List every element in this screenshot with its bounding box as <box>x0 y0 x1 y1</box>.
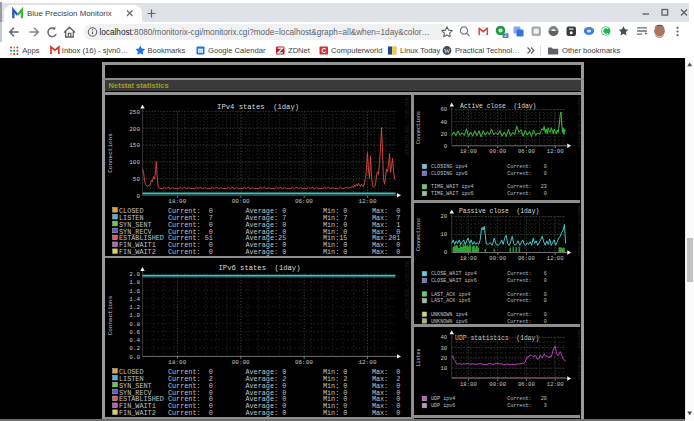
svg-text:RRDTOOL / TOBI OETIKER: RRDTOOL / TOBI OETIKER <box>577 97 580 147</box>
svg-text:10: 10 <box>440 365 447 372</box>
svg-text:12:00: 12:00 <box>547 380 564 387</box>
svg-text:200: 200 <box>129 126 140 133</box>
svg-text:150: 150 <box>129 142 140 149</box>
svg-text:100: 100 <box>129 159 140 166</box>
svg-text:FIN_WAIT2 Current: 0: FIN_WAIT2 Current: 0 Average: 0 Min: 0 M… <box>119 248 400 256</box>
svg-text:18:00: 18:00 <box>168 359 186 366</box>
svg-text:250: 250 <box>129 109 140 116</box>
svg-text:TIME_WAIT ipv6 Curre: TIME_WAIT ipv6 Current: 0 <box>431 191 547 197</box>
svg-text:12:00: 12:00 <box>547 254 564 261</box>
svg-text:1.4: 1.4 <box>129 295 140 302</box>
svg-text:50: 50 <box>132 176 140 183</box>
svg-text:0: 0 <box>444 143 447 150</box>
svg-text:Connections: Connections <box>416 111 421 144</box>
svg-text:1.8: 1.8 <box>129 279 140 286</box>
svg-text:Connections: Connections <box>416 218 421 251</box>
svg-text:2.0: 2.0 <box>129 271 140 278</box>
svg-text:30: 30 <box>440 344 447 351</box>
svg-text:0.8: 0.8 <box>129 320 140 327</box>
svg-text:UDP ipv4 Curre: UDP ipv4 Current: 20 <box>431 396 547 402</box>
svg-text:06:00: 06:00 <box>294 198 312 205</box>
svg-text:CLOSE_WAIT ipv6 Curre: CLOSE_WAIT ipv6 Current: 0 <box>431 278 547 284</box>
svg-text:40: 40 <box>440 119 447 126</box>
svg-text:00:00: 00:00 <box>231 359 249 366</box>
svg-text:12:00: 12:00 <box>547 148 564 155</box>
svg-text:W: W <box>444 47 451 54</box>
svg-text:20: 20 <box>440 213 447 220</box>
svg-text:31: 31 <box>198 49 203 54</box>
svg-text:0: 0 <box>444 249 447 256</box>
svg-text:IPv4 states (1day): IPv4 states (1day) <box>217 103 299 111</box>
svg-text:12:00: 12:00 <box>358 359 376 366</box>
svg-text:RRDTOOL / TOBI OETIKER: RRDTOOL / TOBI OETIKER <box>404 97 409 156</box>
svg-text:RRDTOOL / TOBI OETIKER: RRDTOOL / TOBI OETIKER <box>404 261 409 320</box>
svg-text:18:00: 18:00 <box>168 198 186 205</box>
svg-text:00:00: 00:00 <box>489 148 506 155</box>
svg-text:Connections: Connections <box>106 295 113 335</box>
svg-text:0.2: 0.2 <box>129 345 140 352</box>
svg-text:RRDTOOL / TOBI OETIKER: RRDTOOL / TOBI OETIKER <box>577 330 580 380</box>
svg-text:00:00: 00:00 <box>231 198 249 205</box>
svg-text:1.0: 1.0 <box>129 312 140 319</box>
svg-text:20: 20 <box>440 131 447 138</box>
svg-text:40: 40 <box>440 334 447 341</box>
svg-text:RRDTOOL / TOBI OETIKER: RRDTOOL / TOBI OETIKER <box>577 206 580 256</box>
svg-text:18:00: 18:00 <box>460 380 477 387</box>
svg-text:0.4: 0.4 <box>129 337 140 344</box>
svg-text:C: C <box>321 47 326 54</box>
svg-text:UNKNOWN ipv6 Curre: UNKNOWN ipv6 Current: 0 <box>431 318 547 324</box>
svg-text:1.6: 1.6 <box>129 287 140 294</box>
svg-text:0: 0 <box>136 193 140 200</box>
svg-text:IPv6 states (1day): IPv6 states (1day) <box>218 263 300 271</box>
svg-text:UNKNOWN ipv4 Curre: UNKNOWN ipv4 Current: 0 <box>431 311 547 317</box>
svg-text:CLOSE_WAIT ipv4 Curre: CLOSE_WAIT ipv4 Current: 6 <box>431 271 547 277</box>
svg-text:0.6: 0.6 <box>129 328 140 335</box>
svg-text:20: 20 <box>440 354 447 361</box>
svg-text:Passive close (1day): Passive close (1day) <box>459 208 539 215</box>
svg-text:Listen: Listen <box>416 348 421 366</box>
svg-text:00:00: 00:00 <box>489 254 506 261</box>
svg-text:LAST_ACK ipv4 Curre: LAST_ACK ipv4 Current: 0 <box>431 291 547 297</box>
svg-text:06:00: 06:00 <box>518 380 535 387</box>
svg-text:CLOSING ipv6 Curre: CLOSING ipv6 Current: 0 <box>431 171 547 177</box>
svg-text:UDP ipv6 Curre: UDP ipv6 Current: 3 <box>431 403 547 409</box>
svg-text:10: 10 <box>440 231 447 238</box>
svg-text:18:00: 18:00 <box>460 148 477 155</box>
svg-text:FIN_WAIT2 Current: 0: FIN_WAIT2 Current: 0 Average: 0 Min: 0 M… <box>119 409 400 417</box>
svg-text:1.2: 1.2 <box>129 304 140 311</box>
svg-text:12:00: 12:00 <box>358 198 376 205</box>
svg-text:00:00: 00:00 <box>489 380 506 387</box>
svg-text:Connections: Connections <box>106 133 113 173</box>
svg-text:TIME_WAIT ipv4 Curre: TIME_WAIT ipv4 Current: 23 <box>431 184 547 190</box>
svg-text:18:00: 18:00 <box>460 254 477 261</box>
svg-text:CLOSING ipv4 Curre: CLOSING ipv4 Current: 0 <box>431 164 547 170</box>
svg-text:60: 60 <box>440 107 447 114</box>
svg-text:0.0: 0.0 <box>129 353 140 360</box>
svg-text:LAST_ACK ipv6 Curre: LAST_ACK ipv6 Current: 0 <box>431 298 547 304</box>
svg-text:2: 2 <box>504 33 507 38</box>
svg-text:06:00: 06:00 <box>518 254 535 261</box>
svg-text:06:00: 06:00 <box>294 359 312 366</box>
svg-text:06:00: 06:00 <box>518 148 535 155</box>
